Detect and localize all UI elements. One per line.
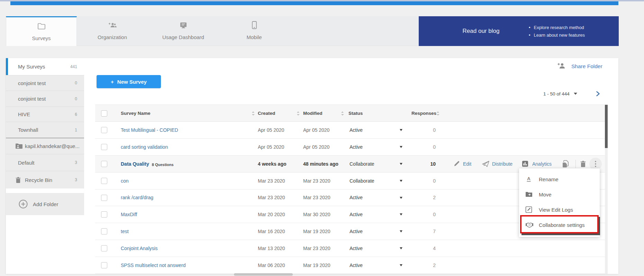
tab-surveys[interactable]: Surveys bbox=[6, 16, 77, 46]
vertical-scrollbar-thumb[interactable] bbox=[605, 105, 608, 148]
status-dropdown-caret-icon[interactable] bbox=[400, 163, 402, 165]
status-dropdown-caret-icon[interactable] bbox=[400, 247, 402, 249]
new-survey-button[interactable]: + New Survey bbox=[97, 75, 161, 88]
paper-plane-icon[interactable] bbox=[482, 156, 490, 172]
folder-icon bbox=[6, 22, 76, 31]
created-cell: 4 weeks ago bbox=[258, 156, 287, 172]
pagination-dropdown-caret-icon[interactable] bbox=[574, 93, 577, 95]
responses-cell: 7 bbox=[407, 223, 436, 240]
new-survey-label: New Survey bbox=[117, 79, 147, 85]
created-cell: Mar 13 2020 bbox=[258, 240, 285, 257]
sidebar-item-label: HIVE bbox=[18, 107, 30, 122]
sidebar-item-recycle-bin[interactable]: Recycle Bin 3 bbox=[6, 171, 84, 188]
table-row: Test Multilingual - COPIED Apr 05 2020 A… bbox=[95, 122, 605, 139]
survey-name-link[interactable]: MaxDiff bbox=[121, 206, 137, 223]
edit-pencil-icon[interactable] bbox=[453, 156, 460, 172]
tab-organization[interactable]: Organization bbox=[77, 16, 148, 46]
select-all-checkbox[interactable] bbox=[101, 110, 107, 117]
plus-icon: + bbox=[111, 79, 114, 85]
sidebar-item-count: 6 bbox=[75, 107, 77, 122]
row-checkbox[interactable] bbox=[101, 228, 107, 234]
sidebar-item-count: 1 bbox=[75, 122, 77, 138]
sidebar-item-count: 441 bbox=[70, 58, 77, 75]
created-cell: Apr 05 2020 bbox=[258, 122, 284, 138]
survey-name-link[interactable]: card sorting validation bbox=[121, 139, 168, 155]
survey-name-link[interactable]: test bbox=[121, 223, 129, 240]
sidebar-item-count: 0 bbox=[75, 75, 77, 91]
sidebar-item-conjoint-test-2[interactable]: conjoint test 0 bbox=[6, 91, 84, 107]
sidebar-item-kapil-folder[interactable]: kapil.khandekar@que... bbox=[6, 138, 84, 154]
mobile-icon bbox=[219, 21, 290, 30]
banner-bullet: Learn about new features bbox=[529, 33, 585, 38]
survey-name-link[interactable]: Data Quality 8 Questions bbox=[121, 156, 174, 172]
share-folder-button[interactable]: Share Folder bbox=[557, 61, 602, 72]
responses-cell: 10 bbox=[407, 156, 436, 172]
created-cell: Mar 06 2020 bbox=[258, 257, 285, 274]
sidebar-item-conjoint-test-1[interactable]: conjoint test 0 bbox=[6, 75, 84, 91]
menu-item-rename[interactable]: A Rename bbox=[519, 172, 600, 187]
row-checkbox[interactable] bbox=[101, 127, 107, 133]
sidebar-item-townhall[interactable]: Townhall 1 bbox=[6, 122, 84, 138]
menu-item-label: Collaborate settings bbox=[539, 217, 585, 232]
next-page-chevron-icon[interactable] bbox=[596, 91, 600, 98]
read-our-blog-link[interactable]: Read our blog bbox=[433, 16, 529, 46]
sort-icon[interactable] bbox=[252, 111, 255, 117]
dashboard-icon bbox=[148, 21, 219, 30]
rename-icon: A bbox=[525, 172, 532, 187]
trash-icon bbox=[15, 171, 21, 188]
row-checkbox[interactable] bbox=[101, 161, 107, 167]
sort-icon[interactable] bbox=[341, 111, 344, 117]
status-dropdown-caret-icon[interactable] bbox=[400, 146, 402, 148]
tab-mobile[interactable]: Mobile bbox=[219, 16, 290, 46]
menu-item-move[interactable]: Move bbox=[519, 187, 600, 202]
status-dropdown-caret-icon[interactable] bbox=[400, 264, 402, 266]
plus-circle-icon bbox=[19, 200, 28, 210]
sidebar-item-my-surveys[interactable]: My Surveys 441 bbox=[6, 58, 84, 75]
sort-icon[interactable] bbox=[297, 111, 300, 117]
col-header-survey-name: Survey Name bbox=[121, 105, 151, 122]
created-cell: Mar 20 2020 bbox=[258, 206, 285, 223]
created-cell: Apr 05 2020 bbox=[258, 139, 284, 155]
row-checkbox[interactable] bbox=[101, 178, 107, 184]
survey-name-link[interactable]: SPSS multiselect not answerd bbox=[121, 257, 186, 274]
status-dropdown-caret-icon[interactable] bbox=[400, 213, 402, 215]
status-dropdown-caret-icon[interactable] bbox=[400, 197, 402, 199]
sort-icon[interactable] bbox=[436, 111, 439, 117]
horizontal-scrollbar-thumb[interactable] bbox=[234, 273, 293, 276]
status-dropdown-caret-icon[interactable] bbox=[400, 230, 402, 232]
survey-name-link[interactable]: con bbox=[121, 173, 129, 189]
row-checkbox[interactable] bbox=[101, 195, 107, 201]
row-checkbox[interactable] bbox=[101, 245, 107, 251]
row-checkbox[interactable] bbox=[101, 262, 107, 268]
survey-name-link[interactable]: Conjoint Analysis bbox=[121, 240, 158, 257]
table-row: card sorting validation Apr 05 2020 Apr … bbox=[95, 139, 605, 156]
responses-cell: 2 bbox=[407, 257, 436, 274]
add-folder-button[interactable]: Add Folder bbox=[6, 193, 84, 215]
sidebar-item-hive[interactable]: HIVE 6 bbox=[6, 107, 84, 122]
menu-item-label: Rename bbox=[539, 172, 559, 187]
menu-item-view-edit-logs[interactable]: View Edit Logs bbox=[519, 202, 600, 217]
question-count-badge: 8 Questions bbox=[152, 163, 174, 167]
created-cell: Mar 23 2020 bbox=[258, 190, 285, 206]
edit-logs-icon bbox=[525, 202, 532, 217]
table-row: Conjoint Analysis Mar 13 2020 Mar 23 202… bbox=[95, 240, 605, 257]
sidebar-item-default[interactable]: Default 3 bbox=[6, 154, 84, 171]
menu-item-collaborate-settings[interactable]: Collaborate settings bbox=[519, 217, 600, 232]
tab-usage-dashboard[interactable]: Usage Dashboard bbox=[148, 16, 219, 46]
sidebar-item-label: Default bbox=[18, 154, 35, 171]
menu-item-label: View Edit Logs bbox=[539, 202, 573, 217]
app-root: Surveys Organization Usage Dashboard Mob… bbox=[0, 0, 644, 276]
row-checkbox[interactable] bbox=[101, 211, 107, 218]
people-plus-icon bbox=[77, 21, 148, 30]
distribute-button[interactable]: Distribute bbox=[492, 156, 513, 172]
edit-button[interactable]: Edit bbox=[463, 156, 471, 172]
sidebar-item-label: Recycle Bin bbox=[25, 171, 52, 188]
status-dropdown-caret-icon[interactable] bbox=[400, 129, 402, 131]
status-dropdown-caret-icon[interactable] bbox=[400, 180, 402, 182]
survey-name-link[interactable]: Test Multilingual - COPIED bbox=[121, 122, 178, 138]
banner-bullet: Explore research method bbox=[529, 25, 585, 30]
row-checkbox[interactable] bbox=[101, 144, 107, 150]
responses-cell: 0 bbox=[407, 122, 436, 138]
handshake-icon bbox=[525, 217, 534, 232]
survey-name-link[interactable]: rank /card/drag bbox=[121, 190, 153, 206]
